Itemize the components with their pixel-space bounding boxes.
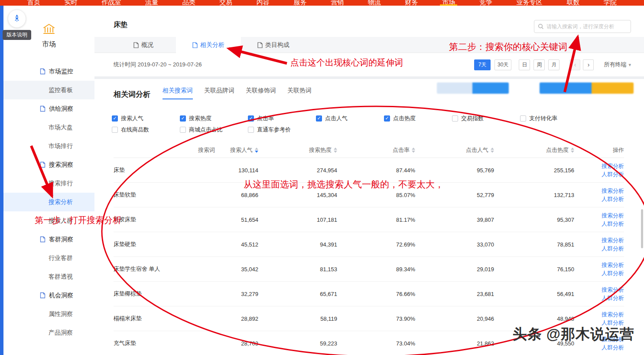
search-analysis-link[interactable]: 搜索分析 bbox=[602, 286, 624, 293]
crowd-analysis-link[interactable]: 人群分析 bbox=[602, 171, 624, 178]
sidebar-item[interactable]: 市场大盘 bbox=[3, 118, 94, 137]
search-analysis-link[interactable]: 搜索分析 bbox=[602, 187, 624, 194]
metric-checkbox[interactable]: 商城点击占比 bbox=[180, 126, 248, 134]
sidebar-item[interactable]: 搜索人群 bbox=[3, 211, 94, 230]
sort-icon[interactable] bbox=[255, 148, 258, 153]
checkbox-box[interactable] bbox=[248, 115, 254, 122]
search-analysis-link[interactable]: 搜索分析 bbox=[602, 262, 624, 269]
range-button[interactable]: 30天 bbox=[494, 59, 511, 70]
topnav-item[interactable]: 竞争 bbox=[476, 0, 496, 6]
checkbox-box[interactable] bbox=[316, 115, 322, 122]
checkbox-box[interactable] bbox=[112, 115, 118, 122]
topnav-item[interactable]: 市场 bbox=[439, 0, 459, 6]
topnav-item[interactable]: 内容 bbox=[253, 0, 273, 6]
pager-next-button[interactable]: › bbox=[583, 59, 594, 70]
topnav-item[interactable]: 作战室 bbox=[98, 0, 124, 6]
checkbox-box[interactable] bbox=[180, 115, 186, 122]
metric-checkbox[interactable]: 点击率 bbox=[248, 115, 316, 122]
checkbox-box[interactable] bbox=[384, 115, 390, 122]
topnav-item[interactable]: 流量 bbox=[142, 0, 162, 6]
metric-checkbox[interactable]: 直通车参考价 bbox=[248, 126, 316, 134]
sidebar-item[interactable]: 客群透视 bbox=[3, 267, 94, 286]
sort-icon[interactable] bbox=[334, 148, 337, 153]
pager-prev-button[interactable]: ‹ bbox=[569, 59, 580, 70]
column-header[interactable]: 搜索热度 bbox=[258, 142, 337, 158]
sidebar-item[interactable]: 市场监控 bbox=[3, 62, 94, 81]
topnav-item[interactable]: 营销 bbox=[327, 0, 347, 6]
search-analysis-link[interactable]: 搜索分析 bbox=[602, 163, 624, 170]
crowd-analysis-link[interactable]: 人群分析 bbox=[602, 319, 624, 326]
column-header[interactable]: 搜索人气 bbox=[215, 142, 258, 158]
page-tab[interactable]: 概况 bbox=[111, 37, 176, 53]
topnav-item[interactable]: 业务专区 bbox=[513, 0, 546, 6]
sidebar-item[interactable]: 行业客群 bbox=[3, 249, 94, 267]
metric-checkbox[interactable]: 点击热度 bbox=[384, 115, 452, 122]
topnav-item[interactable]: 学院 bbox=[600, 0, 620, 6]
crowd-analysis-link[interactable]: 人群分析 bbox=[602, 295, 624, 302]
topnav-item[interactable]: 取数 bbox=[563, 0, 583, 6]
checkbox-box[interactable] bbox=[248, 127, 254, 133]
metric-checkbox[interactable]: 搜索人气 bbox=[112, 115, 180, 122]
word-type-tab[interactable]: 关联品牌词 bbox=[204, 87, 234, 99]
checkbox-box[interactable] bbox=[180, 127, 186, 133]
search-analysis-link[interactable]: 搜索分析 bbox=[602, 237, 624, 244]
terminal-dropdown[interactable]: 所有终端 ▾ bbox=[604, 61, 631, 69]
crowd-analysis-link[interactable]: 人群分析 bbox=[602, 245, 624, 252]
unit-button[interactable]: 月 bbox=[548, 59, 559, 70]
sidebar-item[interactable]: 客群洞察 bbox=[3, 230, 94, 249]
sidebar-item[interactable]: 搜索排行 bbox=[3, 174, 94, 193]
metric-checkbox[interactable]: 交易指数 bbox=[452, 115, 520, 122]
version-badge[interactable]: 版本说明 bbox=[3, 30, 31, 40]
word-type-tab[interactable]: 相关搜索词 bbox=[163, 87, 193, 99]
word-type-tab[interactable]: 关联修饰词 bbox=[246, 87, 276, 99]
version-widget[interactable]: 版本说明 bbox=[3, 10, 31, 40]
sidebar-item[interactable]: 市场排行 bbox=[3, 137, 94, 155]
word-type-tab[interactable]: 关联热词 bbox=[287, 87, 312, 99]
search-input[interactable] bbox=[546, 23, 627, 30]
sidebar-item[interactable]: 供给洞察 bbox=[3, 99, 94, 118]
search-analysis-link[interactable]: 搜索分析 bbox=[602, 336, 624, 343]
sidebar-item[interactable]: 搜索分析 bbox=[3, 193, 94, 211]
column-header[interactable]: 搜索词 bbox=[114, 142, 215, 158]
metric-checkbox[interactable]: 支付转化率 bbox=[520, 115, 588, 122]
unit-button[interactable]: 日 bbox=[519, 59, 530, 70]
crowd-analysis-link[interactable]: 人群分析 bbox=[602, 220, 624, 227]
column-header[interactable]: 点击率 bbox=[337, 142, 415, 158]
sort-icon[interactable] bbox=[491, 148, 494, 153]
crowd-analysis-link[interactable]: 人群分析 bbox=[602, 270, 624, 277]
checkbox-box[interactable] bbox=[520, 115, 526, 122]
column-header[interactable]: 点击热度 bbox=[494, 142, 574, 158]
topnav-item[interactable]: 首页 bbox=[24, 0, 44, 6]
page-tab[interactable]: 类目构成 bbox=[241, 37, 306, 53]
crowd-analysis-link[interactable]: 人群分析 bbox=[602, 196, 624, 203]
rocket-icon[interactable] bbox=[8, 10, 26, 28]
topnav-item[interactable]: 交易 bbox=[216, 0, 236, 6]
column-header[interactable]: 点击人气 bbox=[415, 142, 494, 158]
topnav-item[interactable]: 品类 bbox=[179, 0, 199, 6]
search-analysis-link[interactable]: 搜索分析 bbox=[602, 311, 624, 318]
metric-checkbox[interactable]: 搜索热度 bbox=[180, 115, 248, 122]
range-button[interactable]: 7天 bbox=[474, 59, 491, 70]
sort-icon[interactable] bbox=[571, 148, 574, 153]
page-tab[interactable]: 相关分析 bbox=[176, 37, 241, 53]
metric-checkbox[interactable]: 在线商品数 bbox=[112, 126, 180, 134]
metric-checkbox[interactable]: 点击人气 bbox=[316, 115, 384, 122]
crowd-analysis-link[interactable]: 人群分析 bbox=[602, 344, 624, 351]
sidebar-item[interactable]: 搜索洞察 bbox=[3, 155, 94, 174]
sidebar-item[interactable]: 监控看板 bbox=[3, 81, 94, 99]
column-header[interactable]: 操作 bbox=[574, 142, 624, 158]
search-analysis-link[interactable]: 搜索分析 bbox=[602, 212, 624, 219]
keyword-search-box[interactable] bbox=[534, 20, 631, 33]
sidebar-item[interactable]: 机会洞察 bbox=[3, 286, 94, 305]
sort-icon[interactable] bbox=[412, 148, 415, 153]
topnav-item[interactable]: 实时 bbox=[61, 0, 81, 6]
checkbox-box[interactable] bbox=[452, 115, 458, 122]
unit-button[interactable]: 周 bbox=[533, 59, 545, 70]
sidebar-item[interactable]: 属性洞察 bbox=[3, 305, 94, 323]
topnav-item[interactable]: 财务 bbox=[402, 0, 422, 6]
scrollbar-thumb[interactable] bbox=[641, 209, 643, 248]
checkbox-box[interactable] bbox=[112, 127, 118, 133]
sidebar-item[interactable]: 产品洞察 bbox=[3, 323, 94, 342]
topnav-item[interactable]: 服务 bbox=[290, 0, 310, 6]
topnav-item[interactable]: 物流 bbox=[364, 0, 384, 6]
